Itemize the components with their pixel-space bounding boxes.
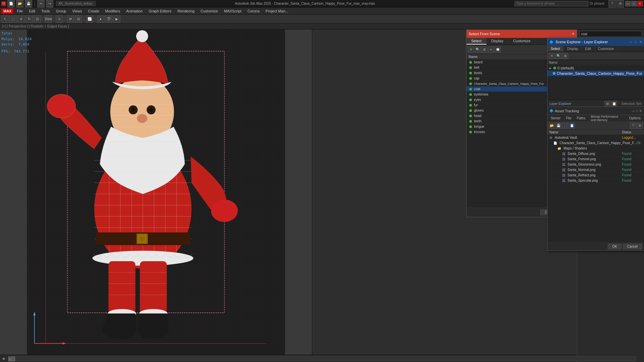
at-max-row[interactable]: 📄 Character_Santa_Claus_Cartoon_Happy_Po… <box>547 140 644 146</box>
minimize-btn[interactable]: — <box>625 1 631 6</box>
render-btn[interactable]: ▶ <box>113 15 120 23</box>
align-btn[interactable]: ⊟ <box>75 15 82 23</box>
menu-edit[interactable]: Edit <box>26 8 38 14</box>
beard-dot <box>469 61 472 64</box>
save-btn[interactable]: 💾 <box>25 0 32 7</box>
redo-btn[interactable]: ↪ <box>46 0 53 7</box>
at-minimize[interactable]: — <box>632 109 635 113</box>
menu-rendering[interactable]: Rendering <box>175 8 197 14</box>
menu-file[interactable]: File <box>14 8 25 14</box>
scene-exp-maximize[interactable]: □ <box>635 40 637 44</box>
sfs-icon5[interactable]: 🔲 <box>495 47 501 53</box>
at-glossiness-row[interactable]: 🖼 Santa_Glossiness.png Found <box>547 162 644 167</box>
layer0-label: 0 (default) <box>557 66 574 70</box>
at-help-icon[interactable]: ? <box>630 123 636 129</box>
se-tab-display[interactable]: Display <box>564 46 582 52</box>
se-find-icon[interactable]: 🔍 <box>555 53 561 59</box>
menu-graph-editors[interactable]: Graph Editors <box>146 8 174 14</box>
sfs-find-icon[interactable]: 🔍 <box>475 47 481 53</box>
curve-editor-btn[interactable]: 📈 <box>86 15 93 23</box>
menu-group[interactable]: Group <box>53 8 69 14</box>
se-footer-icon2[interactable]: 📋 <box>611 101 617 107</box>
se-tab-customize[interactable]: Customize <box>595 46 618 52</box>
scale-btn[interactable]: ⊡ <box>34 15 41 23</box>
at-icon2[interactable]: 💾 <box>555 123 561 129</box>
at-maps-row[interactable]: 📁 Maps / Shaders <box>547 146 644 151</box>
at-icon1[interactable]: 📂 <box>549 123 555 129</box>
sfs-close-icon2[interactable]: ✕ <box>468 47 474 53</box>
project-selector[interactable]: AK_Screenshot_wrksp: <box>56 1 96 6</box>
at-refract-status: Found <box>622 173 642 177</box>
sfs-close-icon[interactable]: ✕ <box>572 32 575 36</box>
at-cancel-btn[interactable]: Cancel <box>623 244 642 249</box>
menu-customize[interactable]: Customize <box>198 8 221 14</box>
at-refract-row[interactable]: 🖼 Santa_Refract.png Found <box>547 173 644 178</box>
se-sort-icon[interactable]: ⊞ <box>562 53 568 59</box>
sfs-icon3[interactable]: ⊞ <box>481 47 487 53</box>
close-btn[interactable]: ✕ <box>637 1 643 6</box>
at-ok-btn[interactable]: OK <box>608 244 621 249</box>
at-menu-file[interactable]: File <box>563 116 574 121</box>
sfs-tab-display[interactable]: Display <box>487 38 508 45</box>
help-icon[interactable]: ? <box>608 0 616 7</box>
se-tab-select[interactable]: Select <box>547 46 564 52</box>
material-editor-btn[interactable]: ● <box>97 15 104 23</box>
new-btn[interactable]: 📄 <box>7 0 15 7</box>
select-region-btn[interactable]: ⬚ <box>9 15 17 23</box>
menu-project[interactable]: Project Man... <box>263 8 291 14</box>
search-input[interactable] <box>515 1 588 6</box>
time-slider-thumb[interactable]: 0 <box>8 357 15 361</box>
ref-coord-btn[interactable]: View <box>45 15 52 23</box>
select-obj-btn[interactable]: ↖ <box>1 15 9 23</box>
viewport[interactable]: Total Polys: 14,824 Verts: 7,454 FPS: 74… <box>0 29 312 355</box>
sfs-tab-customize[interactable]: Customize <box>508 38 536 45</box>
rotate-btn[interactable]: ↻ <box>25 15 33 23</box>
at-icon4[interactable]: 📋 <box>569 123 575 129</box>
at-close[interactable]: ✕ <box>639 109 642 113</box>
menu-animation[interactable]: Animation <box>123 8 145 14</box>
at-menu-bitmap[interactable]: Bitmap Performance and Memory <box>588 114 626 122</box>
sfs-icon4[interactable]: ≡ <box>488 47 494 53</box>
time-prev-btn[interactable]: ◀ <box>0 357 7 360</box>
modifier-object-name[interactable] <box>579 31 642 37</box>
menu-create[interactable]: Create <box>86 8 102 14</box>
se-tab-edit[interactable]: Edit <box>582 46 595 52</box>
layer-0-item[interactable]: ▶ 0 (default) <box>547 65 644 71</box>
fps-stat: FPS: 743.771 <box>1 49 32 55</box>
at-menu-options[interactable]: Options <box>627 116 643 121</box>
se-footer-icon1[interactable]: ⊞ <box>604 101 610 107</box>
menu-tools[interactable]: Tools <box>39 8 53 14</box>
time-slider[interactable]: ◀ 0 ▶ <box>0 355 644 362</box>
menu-views[interactable]: Views <box>69 8 85 14</box>
at-specular-row[interactable]: 🖼 Santa_Specular.png Found <box>547 178 644 183</box>
layer-explorer-label[interactable]: Layer Explorer <box>549 102 571 106</box>
menu-corona[interactable]: Corona <box>245 8 262 14</box>
menu-modifiers[interactable]: Modifiers <box>103 8 123 14</box>
max-logo[interactable]: M <box>1 1 6 6</box>
menu-max[interactable]: MAX <box>1 8 13 14</box>
maximize-btn[interactable]: □ <box>631 1 637 6</box>
render-setup-btn[interactable]: 🎬 <box>105 15 112 23</box>
scene-exp-close[interactable]: ✕ <box>639 40 642 44</box>
undo-btn[interactable]: ↩ <box>37 0 45 7</box>
at-normal-row[interactable]: 🖼 Santa_Normal.png Found <box>547 167 644 173</box>
open-btn[interactable]: 📂 <box>16 0 23 7</box>
settings-icon[interactable]: ⚙ <box>616 0 624 7</box>
at-menu-paths[interactable]: Paths <box>574 116 588 121</box>
santa-item[interactable]: Character_Santa_Claus_Cartoon_Happy_Pose… <box>547 71 644 76</box>
at-diffuse-row[interactable]: 🖼 Santa_Diffuse.png Found <box>547 151 644 157</box>
menu-maxscript[interactable]: MAXScript <box>221 8 244 14</box>
at-settings-icon[interactable]: ⚙ <box>637 123 643 129</box>
at-fresnel-row[interactable]: 🖼 Santa_Fresnel.png Found <box>547 157 644 162</box>
sfs-tab-select[interactable]: Select <box>467 38 487 45</box>
time-slider-bar[interactable]: 0 <box>8 356 636 361</box>
scene-exp-minimize[interactable]: — <box>629 40 632 44</box>
layer-btn[interactable]: ≡ <box>56 15 63 23</box>
at-icon3[interactable]: ⬚ <box>562 123 568 129</box>
at-menu-server[interactable]: Server <box>548 116 563 121</box>
mirror-btn[interactable]: ⇌ <box>67 15 74 23</box>
se-close-icon[interactable]: ✕ <box>549 53 555 59</box>
at-maximize[interactable]: □ <box>636 109 638 113</box>
move-btn[interactable]: ✛ <box>17 15 25 23</box>
at-vault-row[interactable]: 🏛 Autodesk Vault Logged... <box>547 135 644 140</box>
